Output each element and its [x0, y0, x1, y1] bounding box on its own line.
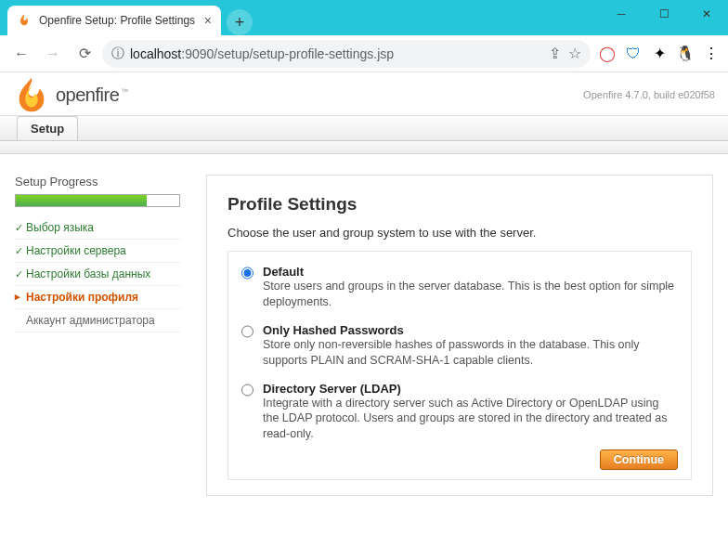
tabs-subbar [0, 141, 728, 154]
step-server-settings[interactable]: Настройки сервера [15, 240, 180, 263]
page-title: Profile Settings [228, 194, 692, 215]
continue-button[interactable]: Continue [600, 449, 678, 470]
tab-favicon [17, 13, 32, 28]
progress-title: Setup Progress [15, 175, 180, 189]
browser-tab[interactable]: Openfire Setup: Profile Settings × [7, 6, 221, 35]
page: openfire™ Openfire 4.7.0, build e020f58 … [0, 72, 728, 496]
page-tabs: Setup [0, 115, 728, 141]
option-default: Default Store users and groups in the se… [241, 265, 678, 310]
site-info-icon[interactable]: ⓘ [111, 46, 124, 62]
back-button[interactable]: ← [7, 40, 35, 68]
extensions-menu-icon[interactable]: ✦ [650, 45, 669, 63]
profile-icon[interactable]: 🐧 [676, 45, 695, 63]
close-window-button[interactable]: ✕ [685, 0, 728, 28]
step-label: Настройки профиля [26, 291, 138, 304]
content: Setup Progress Выбор языка Настройки сер… [0, 154, 728, 496]
option-title: Only Hashed Passwords [263, 323, 678, 337]
browser-titlebar: Openfire Setup: Profile Settings × + ─ ☐… [0, 0, 728, 35]
window-controls: ─ ☐ ✕ [600, 0, 728, 35]
address-actions: ⇪ ☆ [549, 45, 581, 62]
step-admin-account[interactable]: Аккаунт администратора [15, 309, 180, 332]
radio-default[interactable] [241, 267, 254, 280]
option-hashed: Only Hashed Passwords Store only non-rev… [241, 323, 678, 369]
maximize-button[interactable]: ☐ [643, 0, 685, 28]
step-label: Настройки базы данных [26, 267, 150, 280]
step-database-settings[interactable]: Настройки базы данных [15, 263, 180, 286]
browser-menu-icon[interactable]: ⋮ [702, 45, 721, 63]
radio-ldap[interactable] [241, 384, 254, 397]
radio-hashed[interactable] [241, 325, 254, 338]
sidebar: Setup Progress Выбор языка Настройки сер… [15, 175, 180, 496]
bookmark-icon[interactable]: ☆ [568, 45, 581, 62]
option-desc: Integrate with a directory server such a… [263, 396, 678, 443]
option-desc: Store only non-reversible hashes of pass… [263, 337, 678, 369]
progress-bar [15, 194, 180, 207]
step-label: Аккаунт администратора [26, 314, 155, 327]
step-label: Настройки сервера [26, 244, 126, 257]
options-group: Default Store users and groups in the se… [228, 251, 692, 480]
page-header: openfire™ Openfire 4.7.0, build e020f58 [0, 72, 728, 115]
option-desc: Store users and groups in the server dat… [263, 279, 678, 310]
forward-button[interactable]: → [39, 40, 67, 68]
browser-toolbar: ← → ⟳ ⓘ localhost:9090/setup/setup-profi… [0, 35, 728, 72]
address-bar[interactable]: ⓘ localhost:9090/setup/setup-profile-set… [102, 40, 591, 68]
extension-icon[interactable]: ◯ [598, 45, 617, 63]
continue-wrap: Continue [241, 449, 678, 470]
option-ldap: Directory Server (LDAP) Integrate with a… [241, 382, 678, 443]
extensions: ◯ 🛡 ✦ 🐧 ⋮ [598, 45, 721, 63]
step-label: Выбор языка [26, 221, 94, 234]
tab-close-icon[interactable]: × [204, 13, 212, 28]
main: Profile Settings Choose the user and gro… [206, 175, 713, 496]
logo-text: openfire™ [56, 85, 128, 106]
reload-button[interactable]: ⟳ [71, 40, 98, 68]
share-icon[interactable]: ⇪ [549, 45, 561, 62]
url-host: localhost:9090/setup/setup-profile-setti… [130, 46, 394, 61]
new-tab-button[interactable]: + [227, 9, 253, 35]
intro-text: Choose the user and group system to use … [228, 226, 692, 240]
step-language[interactable]: Выбор языка [15, 216, 180, 240]
tab-title: Openfire Setup: Profile Settings [39, 14, 199, 27]
setup-steps: Выбор языка Настройки сервера Настройки … [15, 216, 180, 332]
step-profile-settings[interactable]: Настройки профиля [15, 286, 180, 309]
tab-setup[interactable]: Setup [17, 116, 78, 140]
minimize-button[interactable]: ─ [600, 0, 643, 28]
option-title: Directory Server (LDAP) [263, 382, 678, 396]
option-title: Default [263, 265, 678, 279]
logo: openfire™ [13, 76, 128, 113]
version-text: Openfire 4.7.0, build e020f58 [583, 89, 715, 100]
extension-icon[interactable]: 🛡 [624, 45, 643, 63]
progress-fill [16, 195, 147, 206]
panel: Profile Settings Choose the user and gro… [206, 175, 713, 496]
logo-flame-icon [13, 76, 50, 113]
